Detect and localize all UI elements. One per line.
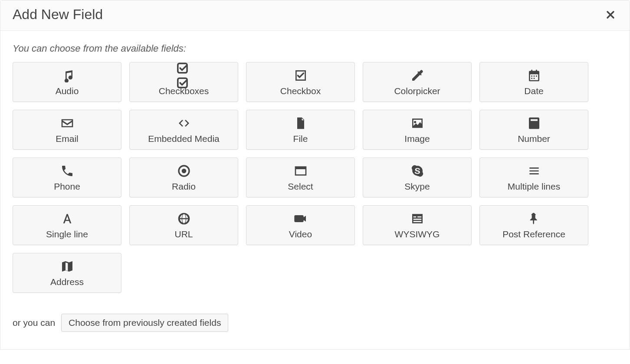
field-tile-label: Phone — [54, 181, 80, 192]
field-type-grid: AudioCheckboxesCheckboxColorpickerDateEm… — [13, 62, 617, 293]
field-tile-skype[interactable]: Skype — [363, 157, 472, 197]
field-tile-embedded-media[interactable]: Embedded Media — [129, 110, 238, 150]
close-icon — [605, 15, 616, 21]
field-tile-checkboxes[interactable]: Checkboxes — [129, 62, 238, 102]
calendar-icon — [527, 68, 541, 83]
field-tile-address[interactable]: Address — [13, 253, 121, 293]
lines-icon — [527, 163, 541, 179]
field-tile-phone[interactable]: Phone — [13, 157, 121, 197]
field-tile-label: Date — [524, 86, 543, 96]
or-text: or you can — [13, 318, 55, 328]
field-tile-email[interactable]: Email — [13, 110, 121, 150]
envelope-icon — [60, 115, 74, 131]
field-tile-label: Radio — [172, 181, 196, 192]
field-tile-multiple-lines[interactable]: Multiple lines — [479, 157, 588, 197]
field-tile-label: URL — [174, 229, 193, 239]
field-tile-label: Email — [56, 134, 79, 144]
modal-header: Add New Field — [0, 0, 630, 31]
field-tile-select[interactable]: Select — [246, 157, 355, 197]
field-tile-date[interactable]: Date — [479, 62, 588, 102]
calculator-icon — [527, 115, 541, 131]
phone-icon — [60, 163, 74, 179]
field-tile-label: Select — [288, 181, 313, 192]
pin-icon — [527, 211, 541, 226]
code-icon — [177, 115, 191, 131]
file-icon — [294, 115, 308, 131]
field-tile-label: Single line — [46, 229, 88, 239]
field-tile-label: Post Reference — [502, 229, 565, 239]
field-tile-audio[interactable]: Audio — [13, 62, 121, 102]
checkboxes-icon — [177, 68, 191, 83]
modal-body: You can choose from the available fields… — [0, 31, 630, 349]
field-tile-label: Checkbox — [280, 86, 321, 96]
music-icon — [60, 68, 74, 83]
wysiwyg-icon — [410, 211, 424, 226]
field-tile-label: Number — [518, 134, 550, 144]
modal-title: Add New Field — [13, 7, 103, 23]
field-tile-label: Colorpicker — [394, 86, 440, 96]
field-tile-label: WYSIWYG — [395, 229, 440, 239]
font-icon — [60, 211, 74, 226]
field-tile-label: Skype — [404, 181, 430, 192]
image-icon — [410, 115, 424, 131]
field-tile-label: Embedded Media — [148, 134, 220, 144]
field-tile-radio[interactable]: Radio — [129, 157, 238, 197]
close-button[interactable] — [604, 8, 617, 22]
field-tile-label: Video — [289, 229, 312, 239]
field-tile-checkbox[interactable]: Checkbox — [246, 62, 355, 102]
eyedropper-icon — [410, 68, 424, 83]
field-tile-image[interactable]: Image — [363, 110, 472, 150]
field-tile-number[interactable]: Number — [479, 110, 588, 150]
field-tile-label: Multiple lines — [508, 181, 560, 192]
add-field-modal: Add New Field You can choose from the av… — [0, 0, 630, 350]
skype-icon — [410, 163, 424, 179]
choose-previous-fields-button[interactable]: Choose from previously created fields — [61, 314, 228, 332]
field-tile-label: Image — [404, 134, 430, 144]
radio-icon — [177, 163, 191, 179]
field-tile-post-reference[interactable]: Post Reference — [479, 205, 588, 245]
footer-row: or you can Choose from previously create… — [13, 314, 617, 332]
select-icon — [294, 163, 308, 179]
map-icon — [60, 259, 74, 274]
video-icon — [294, 211, 308, 226]
field-tile-label: Checkboxes — [159, 86, 209, 96]
intro-text: You can choose from the available fields… — [13, 43, 617, 54]
field-tile-colorpicker[interactable]: Colorpicker — [363, 62, 472, 102]
field-tile-wysiwyg[interactable]: WYSIWYG — [363, 205, 472, 245]
field-tile-label: File — [293, 134, 308, 144]
checkbox-icon — [294, 68, 308, 83]
field-tile-file[interactable]: File — [246, 110, 355, 150]
globe-icon — [177, 211, 191, 226]
field-tile-video[interactable]: Video — [246, 205, 355, 245]
field-tile-url[interactable]: URL — [129, 205, 238, 245]
field-tile-label: Address — [50, 277, 84, 287]
field-tile-label: Audio — [56, 86, 79, 96]
field-tile-single-line[interactable]: Single line — [13, 205, 121, 245]
